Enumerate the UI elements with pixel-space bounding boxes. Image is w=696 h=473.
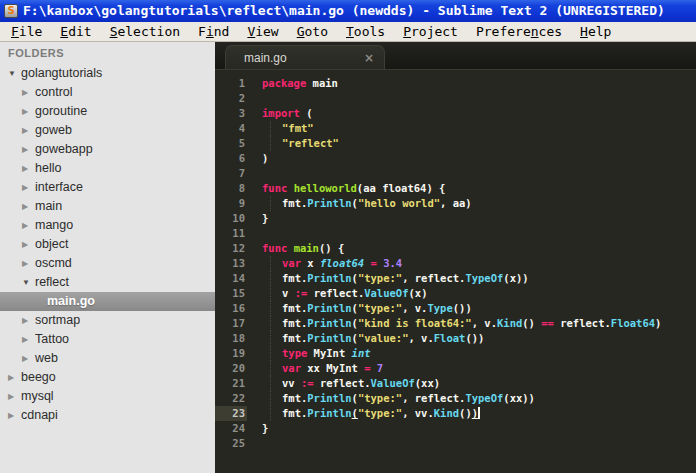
editor-pane: main.go × 1package main23import (4"fmt"5…	[215, 42, 696, 473]
code-line[interactable]: 13var x float64 = 3.4	[215, 256, 696, 271]
sidebar-item-goroutine[interactable]: ▶goroutine	[0, 102, 215, 121]
sidebar-item-reflect[interactable]: ▼reflect	[0, 273, 215, 292]
disclosure-triangle-icon[interactable]: ▶	[8, 387, 21, 406]
code-line[interactable]: 19type MyInt int	[215, 346, 696, 361]
sidebar-item-gowebapp[interactable]: ▶gowebapp	[0, 140, 215, 159]
disclosure-triangle-icon[interactable]: ▶	[22, 349, 35, 368]
code-line[interactable]: 6)	[215, 151, 696, 166]
sidebar-item-golangtutorials[interactable]: ▼golangtutorials	[0, 64, 215, 83]
sidebar-item-beego[interactable]: ▶beego	[0, 368, 215, 387]
code-line[interactable]: 15v := reflect.ValueOf(x)	[215, 286, 696, 301]
disclosure-triangle-icon[interactable]: ▶	[22, 159, 35, 178]
menu-project[interactable]: Project	[394, 22, 467, 42]
code-line-text: vv := reflect.ValueOf(xx)	[262, 376, 440, 391]
line-number: 17	[215, 316, 247, 331]
menu-help[interactable]: Help	[571, 22, 620, 42]
line-number: 6	[215, 151, 247, 166]
code-line-text: fmt.Println("type:", reflect.TypeOf(x))	[262, 271, 529, 286]
code-line-text: fmt.Println("hello world", aa)	[262, 196, 472, 211]
code-line-text: }	[262, 421, 268, 436]
sidebar-item-main[interactable]: ▶main	[0, 197, 215, 216]
tree-item-label: mysql	[21, 387, 54, 406]
line-number: 7	[215, 166, 247, 181]
code-line[interactable]: 4"fmt"	[215, 121, 696, 136]
disclosure-triangle-icon[interactable]: ▶	[22, 102, 35, 121]
code-line[interactable]: 3import (	[215, 106, 696, 121]
disclosure-triangle-icon[interactable]: ▶	[8, 368, 21, 387]
disclosure-triangle-icon[interactable]: ▶	[22, 311, 35, 330]
menu-selection[interactable]: Selection	[101, 22, 189, 42]
code-line[interactable]: 7	[215, 166, 696, 181]
menu-find[interactable]: Find	[189, 22, 238, 42]
disclosure-triangle-icon[interactable]: ▼	[8, 64, 21, 83]
indent-guide	[270, 406, 271, 421]
sidebar-item-control[interactable]: ▶control	[0, 83, 215, 102]
code-line-text: var x float64 = 3.4	[262, 256, 402, 271]
code-line[interactable]: 18fmt.Println("value:", v.Float())	[215, 331, 696, 346]
code-line[interactable]: 9fmt.Println("hello world", aa)	[215, 196, 696, 211]
sidebar-item-mysql[interactable]: ▶mysql	[0, 387, 215, 406]
sidebar-item-object[interactable]: ▶object	[0, 235, 215, 254]
tab-main-go[interactable]: main.go ×	[225, 45, 385, 69]
code-line[interactable]: 17fmt.Println("kind is float64:", v.Kind…	[215, 316, 696, 331]
code-editor[interactable]: 1package main23import (4"fmt"5"reflect"6…	[215, 70, 696, 473]
code-line[interactable]: 1package main	[215, 76, 696, 91]
disclosure-triangle-icon[interactable]: ▶	[22, 83, 35, 102]
disclosure-triangle-icon[interactable]: ▶	[22, 330, 35, 349]
disclosure-triangle-icon[interactable]: ▶	[22, 216, 35, 235]
line-number: 20	[215, 361, 247, 376]
sidebar-item-goweb[interactable]: ▶goweb	[0, 121, 215, 140]
disclosure-triangle-icon[interactable]: ▶	[22, 140, 35, 159]
code-line[interactable]: 22fmt.Println("type:", reflect.TypeOf(xx…	[215, 391, 696, 406]
menu-edit[interactable]: Edit	[51, 22, 100, 42]
disclosure-triangle-icon[interactable]: ▶	[22, 121, 35, 140]
sidebar-item-oscmd[interactable]: ▶oscmd	[0, 254, 215, 273]
disclosure-triangle-icon[interactable]: ▶	[22, 235, 35, 254]
code-line[interactable]: 8func helloworld(aa float64) {	[215, 181, 696, 196]
indent-guide	[270, 136, 271, 151]
line-number: 2	[215, 91, 247, 106]
line-number: 1	[215, 76, 247, 91]
code-line[interactable]: 5"reflect"	[215, 136, 696, 151]
sublime-app-icon[interactable]: S	[4, 4, 18, 18]
main-split: FOLDERS ▼golangtutorials▶control▶gorouti…	[0, 42, 696, 473]
code-line[interactable]: 10}	[215, 211, 696, 226]
tree-item-label: mango	[35, 216, 73, 235]
code-line[interactable]: 21vv := reflect.ValueOf(xx)	[215, 376, 696, 391]
code-line[interactable]: 2	[215, 91, 696, 106]
sidebar-item-sortmap[interactable]: ▶sortmap	[0, 311, 215, 330]
tree-item-label: beego	[21, 368, 56, 387]
line-number: 23	[215, 406, 247, 421]
sidebar-item-web[interactable]: ▶web	[0, 349, 215, 368]
sidebar-item-hello[interactable]: ▶hello	[0, 159, 215, 178]
sidebar-item-cdnapi[interactable]: ▶cdnapi	[0, 406, 215, 425]
disclosure-triangle-icon[interactable]: ▼	[22, 273, 35, 292]
folder-tree: ▼golangtutorials▶control▶goroutine▶goweb…	[0, 64, 215, 425]
menu-goto[interactable]: Goto	[288, 22, 337, 42]
disclosure-triangle-icon[interactable]: ▶	[22, 254, 35, 273]
sidebar-item-tattoo[interactable]: ▶Tattoo	[0, 330, 215, 349]
code-line[interactable]: 20var xx MyInt = 7	[215, 361, 696, 376]
code-line[interactable]: 14fmt.Println("type:", reflect.TypeOf(x)…	[215, 271, 696, 286]
line-number: 24	[215, 421, 247, 436]
menu-file[interactable]: File	[2, 22, 51, 42]
sidebar-item-main-go[interactable]: main.go	[0, 292, 215, 311]
code-line[interactable]: 12func main() {	[215, 241, 696, 256]
menu-view[interactable]: View	[238, 22, 287, 42]
menu-tools[interactable]: Tools	[337, 22, 394, 42]
disclosure-triangle-icon[interactable]: ▶	[22, 197, 35, 216]
menu-preferences[interactable]: Preferences	[467, 22, 571, 42]
disclosure-triangle-icon[interactable]: ▶	[8, 406, 21, 425]
tree-item-label: main	[35, 197, 62, 216]
code-line[interactable]: 11	[215, 226, 696, 241]
sidebar-item-interface[interactable]: ▶interface	[0, 178, 215, 197]
title-bar: S F:\kanbox\golangtutorials\reflect\main…	[0, 0, 696, 22]
code-line-text: "fmt"	[262, 121, 314, 136]
code-line[interactable]: 16fmt.Println("type:", v.Type())	[215, 301, 696, 316]
code-line[interactable]: 25	[215, 436, 696, 451]
code-line[interactable]: 24}	[215, 421, 696, 436]
code-line[interactable]: 23fmt.Println("type:", vv.Kind())	[215, 406, 696, 421]
disclosure-triangle-icon[interactable]: ▶	[22, 178, 35, 197]
tab-close-icon[interactable]: ×	[364, 51, 374, 65]
sidebar-item-mango[interactable]: ▶mango	[0, 216, 215, 235]
